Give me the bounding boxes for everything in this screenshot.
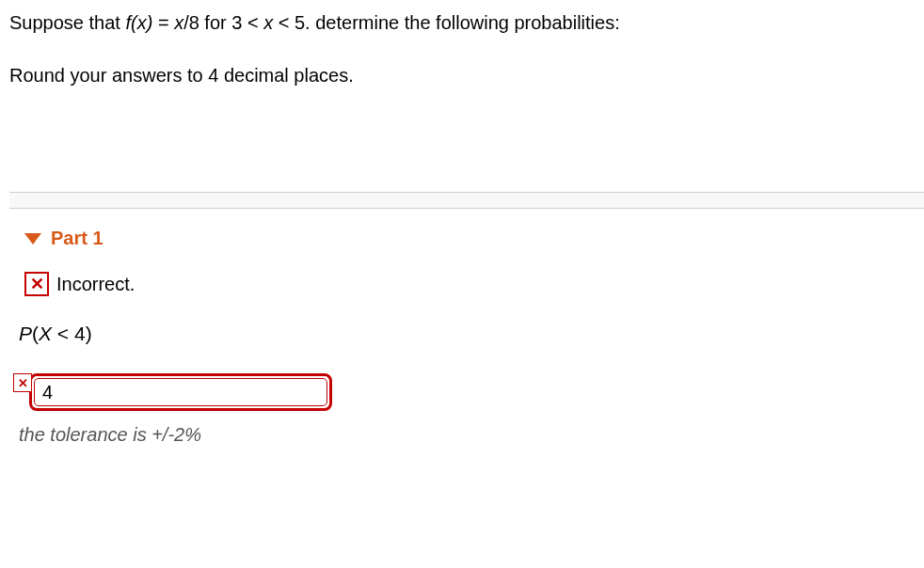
feedback-row: ✕ Incorrect. (24, 272, 924, 296)
answer-input-wrapper (29, 373, 332, 411)
chevron-down-icon (24, 233, 41, 245)
question-label: P(X < 4) (19, 323, 924, 345)
function-notation: f(x) (125, 12, 152, 33)
text-segment: = (152, 12, 174, 33)
text-segment: /8 for 3 < (183, 12, 263, 33)
feedback-text: Incorrect. (56, 274, 135, 295)
variable-x: x (174, 12, 183, 33)
text-segment: < 5. determine the following probabiliti… (273, 12, 620, 33)
section-divider (9, 192, 924, 209)
problem-statement-line1: Suppose that f(x) = x/8 for 3 < x < 5. d… (9, 9, 924, 36)
incorrect-icon: ✕ (13, 373, 32, 392)
answer-input[interactable] (35, 379, 327, 405)
problem-statement-line2: Round your answers to 4 decimal places. (9, 62, 924, 88)
text-segment: ( (32, 323, 39, 344)
variable-big-x: X (39, 323, 52, 344)
tolerance-note: the tolerance is +/-2% (19, 424, 924, 446)
variable-x: x (263, 12, 273, 33)
prob-function: P (19, 323, 32, 344)
answer-row: ✕ (13, 373, 924, 411)
part-header[interactable]: Part 1 (24, 228, 924, 249)
text-segment: < 4) (52, 323, 92, 344)
part-title: Part 1 (51, 228, 104, 249)
text-segment: Suppose that (9, 12, 125, 33)
incorrect-icon: ✕ (24, 272, 49, 296)
